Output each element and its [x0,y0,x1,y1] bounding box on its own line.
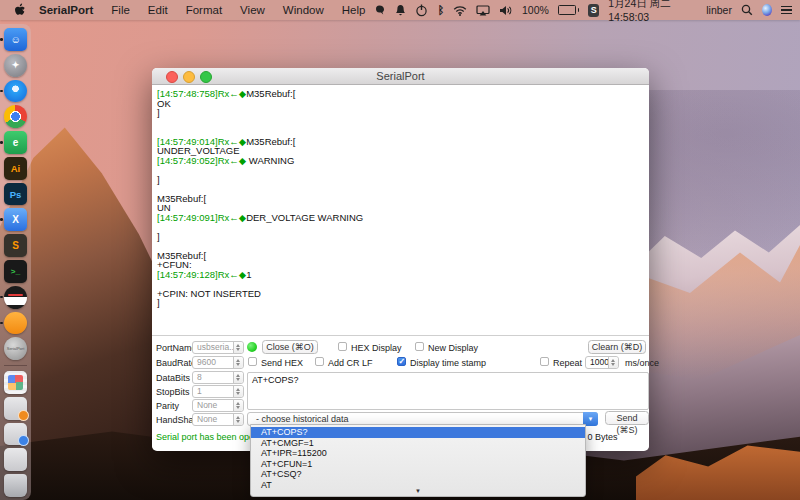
user-menu[interactable]: linber [706,4,732,16]
toggle-status-icon[interactable] [415,2,428,18]
history-dropdown-list: AT+COPS?AT+CMGF=1AT+IPR=115200AT+CFUN=1A… [250,424,586,497]
stopbits-select[interactable]: 1 [192,385,244,398]
send-text-area[interactable]: AT+COPS? [247,372,649,410]
history-item[interactable]: AT+CMGF=1 [251,438,585,449]
terminal-line: ] [157,298,649,308]
terminal-output: [14:57:48:758]Rx←◆M35Rebuf:[OK][14:57:49… [152,85,649,335]
dock-item-ibooks[interactable] [4,312,27,335]
terminal-line: [14:57:48:758]Rx←◆M35Rebuf:[ [157,89,649,99]
menu-bar: SerialPortFileEditFormatViewWindowHelp ᛒ [0,0,800,20]
dock-item-trash[interactable] [4,474,27,497]
send-button[interactable]: Send (⌘S) [605,411,649,425]
menu-item-help[interactable]: Help [333,4,375,16]
menu-item-window[interactable]: Window [274,4,333,16]
parity-stepper[interactable] [233,400,243,411]
terminal-line: ] [157,108,649,118]
hex-display-checkbox[interactable] [338,342,347,351]
dock-item-min-window-3[interactable] [4,448,27,471]
evernote-status-icon[interactable] [374,2,386,18]
databits-stepper[interactable] [233,372,243,383]
terminal-line: [14:57:49:128]Rx←◆1 [157,270,649,280]
history-item[interactable]: AT+CSQ? [251,469,585,480]
send-hex-checkbox[interactable] [248,357,257,366]
dock-item-downloads-folder[interactable] [4,371,27,394]
port-open-indicator [247,342,257,352]
terminal-line [157,222,649,232]
battery-icon[interactable] [558,5,580,15]
repeat-interval-input[interactable]: 1000 [585,356,619,369]
close-port-button[interactable]: Close (⌘O) [262,340,318,354]
interval-unit-label: ms/once [625,358,659,368]
repeat-checkbox[interactable] [540,357,549,366]
menu-item-format[interactable]: Format [177,4,231,16]
portname-select[interactable]: usbseria... [192,341,244,354]
interval-stepper[interactable] [608,357,618,368]
display-timestamp-checkbox[interactable] [397,357,406,366]
battery-percent-label: 100% [522,4,549,16]
menu-item-view[interactable]: View [231,4,274,16]
handshake-stepper[interactable] [233,414,243,425]
hex-display-label: HEX Display [351,343,402,353]
menu-item-file[interactable]: File [102,4,139,16]
input-method-icon[interactable]: S [588,4,599,17]
dock-item-min-window-1[interactable] [4,397,27,420]
serialport-window: SerialPort [14:57:48:758]Rx←◆M35Rebuf:[O… [152,68,649,450]
terminal-line: M35Rebuf:[ [157,251,649,261]
baudrate-stepper[interactable] [233,357,243,368]
portname-stepper[interactable] [233,342,243,353]
dock-item-evernote[interactable]: e [4,131,27,154]
terminal-line [157,165,649,175]
dock-item-min-window-2[interactable] [4,423,27,446]
clear-button[interactable]: Clearn (⌘D) [588,340,646,354]
baudrate-select[interactable]: 9600 [192,356,244,369]
dock-item-qq[interactable] [4,286,27,309]
scroll-down-arrow-icon[interactable]: ▼ [251,488,585,495]
apple-menu-icon[interactable] [10,2,30,18]
volume-icon[interactable] [499,2,513,18]
bell-icon[interactable] [395,2,406,18]
history-items: AT+COPS?AT+CMGF=1AT+IPR=115200AT+CFUN=1A… [251,427,585,490]
parity-select[interactable]: None [192,399,244,412]
terminal-line: OK [157,99,649,109]
airplay-icon[interactable] [476,2,490,18]
dock-item-serialport[interactable]: SerialPort [4,337,27,360]
dock-separator [4,365,27,366]
wifi-icon[interactable] [453,2,467,18]
dock-item-illustrator[interactable]: Ai [4,157,27,180]
dock-item-safari[interactable] [4,80,27,103]
menu-item-serialport[interactable]: SerialPort [30,4,102,16]
handshake-select[interactable]: None [192,413,244,426]
window-title: SerialPort [152,70,649,82]
dock-item-photoshop[interactable]: Ps [4,183,27,206]
new-display-label: New Display [428,343,478,353]
dock-item-chrome[interactable] [4,105,27,128]
dock-item-xcode[interactable]: X [4,208,27,231]
window-titlebar[interactable]: SerialPort [152,68,649,85]
dock-item-sublime-text[interactable]: S [4,234,27,257]
send-hex-label: Send HEX [261,358,303,368]
menubar-clock[interactable]: 1月24日 周二 14:58:03 [608,0,697,23]
spotlight-search-icon[interactable] [741,2,753,18]
terminal-line [157,184,649,194]
dock-item-finder[interactable]: ☺ [4,28,27,51]
new-display-checkbox[interactable] [415,342,424,351]
notification-center-icon[interactable] [781,6,792,15]
siri-icon[interactable] [762,4,772,16]
stopbits-stepper[interactable] [233,386,243,397]
dock-item-launchpad[interactable]: ✦ [4,54,27,77]
dock-item-terminal[interactable]: >_ [4,260,27,283]
add-crlf-label: Add CR LF [328,358,373,368]
terminal-line: +CPIN: NOT INSERTED [157,289,649,299]
add-crlf-checkbox[interactable] [315,357,324,366]
history-item[interactable]: AT+COPS? [251,427,585,438]
app-menus: SerialPortFileEditFormatViewWindowHelp [30,4,374,16]
display-timestamp-label: Display time stamp [410,358,486,368]
menu-item-edit[interactable]: Edit [139,4,177,16]
bluetooth-icon[interactable]: ᛒ [437,2,444,18]
repeat-label: Repeat [553,358,582,368]
databits-select[interactable]: 8 [192,371,244,384]
history-item[interactable]: AT+IPR=115200 [251,448,585,459]
terminal-line: ] [157,175,649,185]
terminal-line: [14:57:49:052]Rx←◆ WARNING [157,156,649,166]
history-item[interactable]: AT+CFUN=1 [251,459,585,470]
